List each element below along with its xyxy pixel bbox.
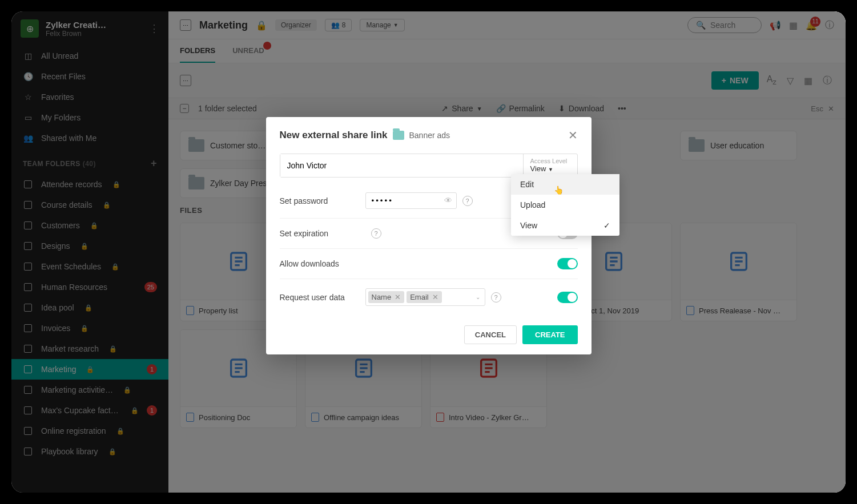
tag: Email✕: [407, 291, 442, 303]
help-icon[interactable]: ?: [371, 228, 381, 239]
modal-overlay: New external share link Banner ads ✕ Acc…: [11, 11, 846, 493]
downloads-toggle[interactable]: [557, 258, 578, 269]
dialog-folder-name: Banner ads: [409, 131, 450, 140]
dropdown-option[interactable]: Upload: [511, 195, 619, 215]
tag: Name✕: [368, 291, 405, 303]
share-name-input[interactable]: [280, 154, 523, 177]
request-data-label: Request user data: [280, 293, 365, 302]
share-dialog: New external share link Banner ads ✕ Acc…: [266, 117, 592, 354]
help-icon[interactable]: ?: [462, 196, 473, 206]
folder-icon: [393, 131, 404, 140]
create-button[interactable]: CREATE: [522, 325, 577, 344]
dialog-title: New external share link: [280, 130, 388, 141]
eye-icon[interactable]: 👁: [444, 196, 452, 205]
password-input[interactable]: [365, 192, 457, 209]
request-data-input[interactable]: Name✕Email✕⌄: [365, 288, 485, 306]
downloads-label: Allow downloads: [280, 259, 365, 268]
request-data-toggle[interactable]: [557, 292, 578, 303]
dropdown-option[interactable]: View✓: [511, 215, 619, 236]
dropdown-option[interactable]: Edit: [511, 174, 619, 195]
password-label: Set password: [280, 196, 365, 205]
expiration-label: Set expiration: [280, 229, 365, 238]
dialog-close-button[interactable]: ✕: [568, 128, 578, 142]
access-level-dropdown: EditUploadView✓: [511, 174, 619, 236]
cancel-button[interactable]: CANCEL: [464, 325, 517, 344]
remove-tag-icon[interactable]: ✕: [395, 293, 401, 301]
check-icon: ✓: [603, 221, 610, 230]
help-icon[interactable]: ?: [491, 292, 501, 303]
access-level-select[interactable]: Access Level View ▼: [523, 154, 577, 177]
remove-tag-icon[interactable]: ✕: [432, 293, 438, 301]
